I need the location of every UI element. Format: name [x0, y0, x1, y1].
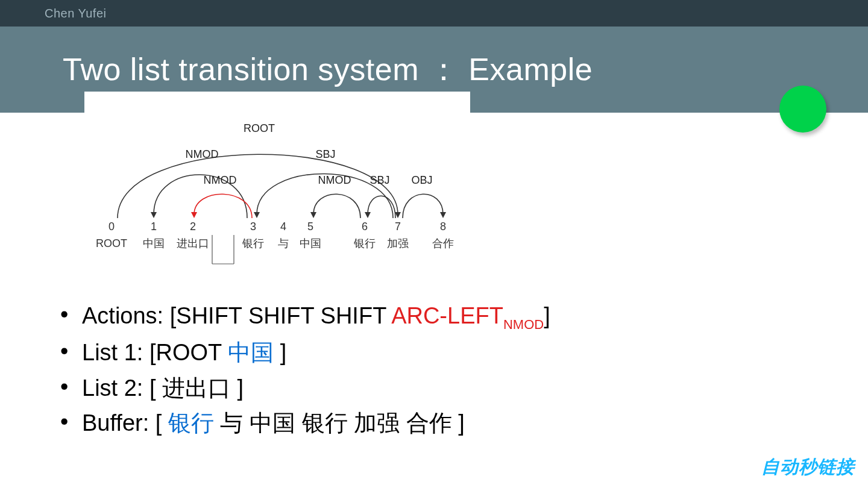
arc-nmod-3-1-label: NMOD: [186, 148, 219, 160]
bullet-actions: Actions: [SHIFT SHIFT SHIFT ARC-LEFTNMOD…: [60, 298, 784, 335]
tok-idx-2: 2: [190, 221, 196, 233]
tok-w-1: 中国: [143, 237, 165, 249]
list1-suffix: ]: [274, 340, 286, 365]
buffer-suffix: 与 中国 银行 加强 合作 ]: [214, 410, 465, 436]
tok-idx-4: 4: [280, 221, 286, 233]
tok-w-6: 银行: [353, 237, 376, 249]
tok-w-8: 合作: [432, 237, 454, 249]
arc-sbj-7-3-label: SBJ: [315, 148, 335, 160]
actions-red-main: ARC-LEFT: [391, 303, 503, 328]
actions-prefix: Actions: [: [82, 303, 176, 328]
tok-w-2: 进出口: [177, 237, 209, 249]
author-name: Chen Yufei: [45, 7, 107, 20]
arc-sbj-7-3-arrow: [254, 212, 260, 218]
tok-w-4: 与: [278, 237, 289, 249]
actions-red: ARC-LEFTNMOD: [391, 303, 544, 328]
tok-idx-5: 5: [307, 221, 313, 233]
tok-w-7: 加强: [387, 237, 409, 249]
dependency-diagram: 0 1 2 3 4 5 6 7 8 ROOT 中国 进出口 银行 与 中国 银行…: [84, 92, 470, 266]
arc-root-label: ROOT: [244, 122, 275, 134]
bullet-list1: List 1: [ROOT 中国 ]: [60, 335, 784, 371]
tok-w-3: 银行: [242, 237, 264, 249]
tok-idx-7: 7: [395, 221, 401, 233]
tok-w-0: ROOT: [96, 237, 127, 249]
arc-sbj-7-6-label: SBJ: [370, 174, 389, 186]
tok-idx-1: 1: [151, 221, 157, 233]
arc-obj-7-8-label: OBJ: [411, 174, 432, 186]
arc-nmod-6-5-arrow: [310, 212, 316, 218]
arc-obj-7-8: [403, 194, 443, 218]
tok-idx-0: 0: [108, 221, 115, 233]
bullet-list2: List 2: [ 进出口 ]: [60, 371, 784, 406]
arc-obj-7-8-arrow: [440, 212, 446, 218]
actions-suffix: ]: [544, 303, 550, 328]
list1-prefix: List 1: [ROOT: [82, 340, 228, 365]
top-bar: Chen Yufei: [0, 0, 868, 27]
actions-plain: SHIFT SHIFT SHIFT: [176, 303, 391, 328]
tok-w-5: 中国: [300, 237, 321, 249]
dependency-svg: 0 1 2 3 4 5 6 7 8 ROOT 中国 进出口 银行 与 中国 银行…: [84, 92, 470, 266]
bullet-list: Actions: [SHIFT SHIFT SHIFT ARC-LEFTNMOD…: [60, 298, 784, 441]
arc-nmod-3-2-label: NMOD: [204, 174, 237, 186]
slide-title: Two list transition system ： Example: [63, 49, 593, 91]
tok-idx-3: 3: [250, 221, 256, 233]
buffer-blue: 银行: [168, 410, 214, 436]
tok-idx-8: 8: [440, 221, 446, 233]
arc-nmod-6-5: [313, 194, 360, 218]
buffer-prefix: Buffer: [: [82, 410, 168, 436]
list2-text: List 2: [ 进出口 ]: [82, 375, 244, 401]
arc-nmod-3-1-arrow: [151, 212, 157, 218]
arc-nmod-3-2: [194, 194, 252, 218]
list1-blue: 中国: [228, 340, 274, 365]
actions-red-sub: NMOD: [503, 317, 544, 332]
tok-idx-6: 6: [362, 221, 368, 233]
arc-nmod-6-5-label: NMOD: [318, 174, 351, 186]
watermark-text: 自动秒链接: [761, 455, 855, 480]
green-circle-icon: [779, 86, 826, 133]
arc-nmod-3-2-arrow: [191, 212, 197, 218]
bullet-buffer: Buffer: [ 银行 与 中国 银行 加强 合作 ]: [60, 405, 784, 441]
arc-sbj-7-6-arrow: [365, 212, 371, 218]
